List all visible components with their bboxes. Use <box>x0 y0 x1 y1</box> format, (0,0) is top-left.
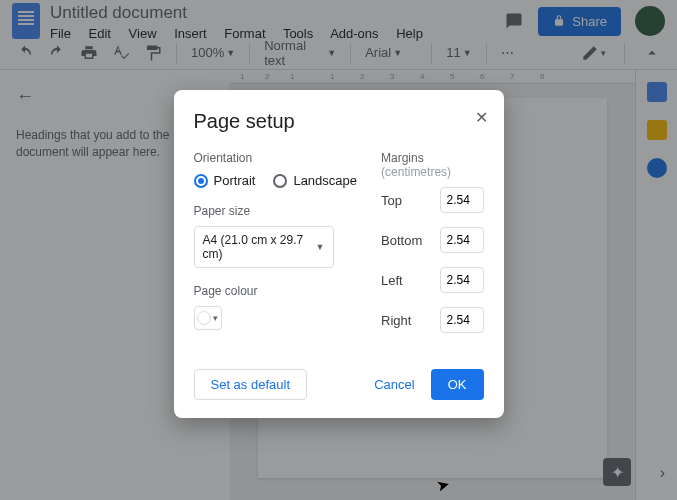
margins-label: Margins (centimetres) <box>381 151 483 179</box>
margin-left-input[interactable] <box>440 267 484 293</box>
radio-label: Portrait <box>214 173 256 188</box>
orientation-portrait-radio[interactable]: Portrait <box>194 173 256 188</box>
page-colour-picker[interactable]: ▾ <box>194 306 222 330</box>
margin-right-label: Right <box>381 313 411 328</box>
page-colour-label: Page colour <box>194 284 358 298</box>
chevron-down-icon: ▾ <box>213 313 218 323</box>
dialog-left-column: Orientation Portrait Landscape Paper siz… <box>194 151 358 347</box>
margin-top-input[interactable] <box>440 187 484 213</box>
dialog-title: Page setup <box>194 110 484 133</box>
margin-left-label: Left <box>381 273 403 288</box>
colour-swatch-icon <box>197 311 211 325</box>
modal-overlay: Page setup ✕ Orientation Portrait Landsc… <box>0 0 677 500</box>
set-default-button[interactable]: Set as default <box>194 369 308 400</box>
radio-label: Landscape <box>293 173 357 188</box>
orientation-landscape-radio[interactable]: Landscape <box>273 173 357 188</box>
radio-dot-icon <box>273 174 287 188</box>
cancel-button[interactable]: Cancel <box>358 370 430 399</box>
paper-size-dropdown[interactable]: A4 (21.0 cm x 29.7 cm)▼ <box>194 226 334 268</box>
page-setup-dialog: Page setup ✕ Orientation Portrait Landsc… <box>174 90 504 418</box>
dialog-right-column: Margins (centimetres) Top Bottom Left Ri… <box>381 151 483 347</box>
paper-size-value: A4 (21.0 cm x 29.7 cm) <box>203 233 316 261</box>
margin-bottom-input[interactable] <box>440 227 484 253</box>
margin-bottom-label: Bottom <box>381 233 422 248</box>
margin-right-input[interactable] <box>440 307 484 333</box>
paper-size-label: Paper size <box>194 204 358 218</box>
radio-dot-icon <box>194 174 208 188</box>
margin-top-label: Top <box>381 193 402 208</box>
chevron-down-icon: ▼ <box>316 242 325 252</box>
close-icon[interactable]: ✕ <box>475 108 488 127</box>
ok-button[interactable]: OK <box>431 369 484 400</box>
orientation-label: Orientation <box>194 151 358 165</box>
